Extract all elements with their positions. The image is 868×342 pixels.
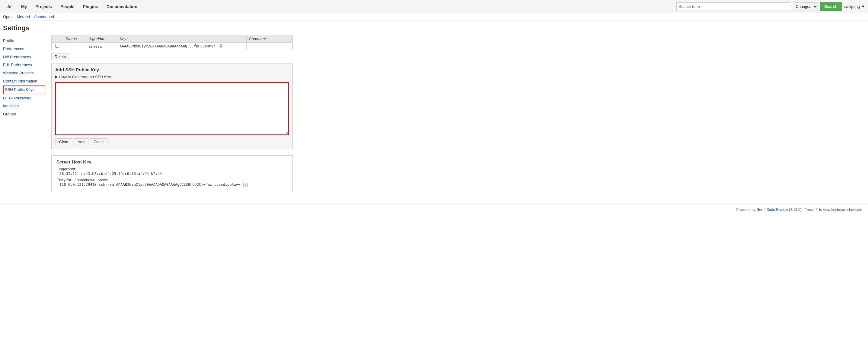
- how-to-label: How to Generate an SSH Key: [59, 75, 111, 79]
- sidebar-item-preferences[interactable]: Preferences: [3, 45, 45, 53]
- footer: Powered by Gerrit Code Review (2.13.5) |…: [0, 204, 868, 215]
- close-button[interactable]: Close: [90, 138, 107, 145]
- server-host-section: Server Host Key Fingerprint: 78:33:12:fe…: [51, 155, 293, 192]
- row-checkbox-cell: [52, 42, 63, 50]
- sidebar: Profile Preferences Diff Preferences Edi…: [3, 35, 45, 198]
- nav-people[interactable]: People: [56, 1, 79, 12]
- nav-plugins[interactable]: Plugins: [79, 1, 103, 12]
- nav-all[interactable]: All: [3, 1, 17, 12]
- nav-links: All My Projects People Plugins Documenta…: [3, 1, 142, 12]
- sidebar-item-watched-projects[interactable]: Watched Projects: [3, 69, 45, 77]
- col-header-algorithm: Algorithm: [86, 35, 117, 42]
- copy-entry-icon[interactable]: ⎘: [243, 183, 247, 187]
- sidebar-item-edit-preferences[interactable]: Edit Preferences: [3, 61, 45, 69]
- fingerprint-value: 78:33:12:fe:43:b7:cb:d4:25:f9:c0:f6:af:9…: [59, 172, 162, 176]
- sidebar-item-groups[interactable]: Groups: [3, 110, 45, 118]
- add-ssh-section: Add SSH Public Key How to Generate an SS…: [51, 63, 293, 149]
- expand-icon: [55, 76, 58, 79]
- row-status: [63, 42, 86, 50]
- col-header-checkbox: [52, 35, 63, 42]
- key-value: AAAAB3NzaC1yc2EAAAADAQABAAAbAAQ...fBPCvp…: [120, 44, 216, 48]
- main-layout: Profile Preferences Diff Preferences Edi…: [0, 35, 868, 198]
- sidebar-item-http-password[interactable]: HTTP Password: [3, 94, 45, 103]
- sub-nav-abandoned[interactable]: Abandoned: [34, 15, 54, 19]
- sidebar-item-profile[interactable]: Profile: [3, 37, 45, 45]
- nav-documentation[interactable]: Documentation: [102, 1, 142, 12]
- content-area: Status Algorithm Key Comment ssh-rsa AAA…: [51, 35, 293, 198]
- sub-nav-merged[interactable]: Merged: [17, 15, 30, 19]
- ssh-key-textarea[interactable]: [55, 82, 289, 135]
- add-ssh-title: Add SSH Public Key: [55, 67, 289, 72]
- copy-key-icon[interactable]: ⎘: [219, 44, 223, 48]
- search-button[interactable]: Search: [820, 2, 842, 11]
- entry-value: [10.0.0.13]:29418 ssh-rsa AAAAB3NzaC1yc2…: [59, 182, 241, 187]
- sub-navigation: Open Merged Abandoned: [0, 13, 868, 21]
- page-title: Settings: [0, 21, 868, 35]
- nav-right: Changes Search xw.lipeng ▼: [676, 2, 865, 11]
- add-button[interactable]: Add: [74, 138, 88, 145]
- user-menu[interactable]: xw.lipeng ▼: [844, 4, 865, 9]
- sidebar-item-contact-information[interactable]: Contact Information: [3, 77, 45, 86]
- search-input[interactable]: [676, 2, 791, 11]
- sidebar-item-ssh-public-keys[interactable]: SSH Public Keys: [3, 86, 45, 94]
- ssh-keys-table: Status Algorithm Key Comment ssh-rsa AAA…: [51, 35, 293, 50]
- row-checkbox[interactable]: [55, 44, 59, 48]
- row-algorithm: ssh-rsa: [86, 42, 117, 50]
- how-to-generate[interactable]: How to Generate an SSH Key: [55, 75, 289, 79]
- nav-my[interactable]: My: [17, 1, 31, 12]
- entry-label: Entry for ~/.ssh/known_hosts: [10.0.0.13…: [56, 178, 288, 187]
- sidebar-item-identities[interactable]: Identities: [3, 102, 45, 110]
- row-key: AAAAB3NzaC1yc2EAAAADAQABAAAbAAQ...fBPCvp…: [117, 42, 246, 50]
- nav-projects[interactable]: Projects: [31, 1, 56, 12]
- delete-button[interactable]: Delete: [51, 53, 69, 60]
- row-comment: [246, 42, 292, 50]
- sub-nav-open[interactable]: Open: [3, 15, 13, 19]
- footer-text-after: (2.13.5) | Press '?' to view keyboard sh…: [788, 207, 862, 212]
- server-host-title: Server Host Key: [56, 159, 288, 164]
- col-header-key: Key: [117, 35, 246, 42]
- user-dropdown-icon: ▼: [861, 4, 865, 9]
- add-ssh-buttons: Clear Add Close: [55, 138, 289, 145]
- sidebar-item-diff-preferences[interactable]: Diff Preferences: [3, 53, 45, 61]
- footer-text-before: Powered by: [736, 207, 756, 212]
- table-row: ssh-rsa AAAAB3NzaC1yc2EAAAADAQABAAAbAAQ.…: [52, 42, 293, 50]
- search-type-select[interactable]: Changes: [793, 2, 818, 11]
- col-header-status: Status: [63, 35, 86, 42]
- col-header-comment: Comment: [246, 35, 292, 42]
- footer-gerrit-link[interactable]: Gerrit Code Review: [756, 207, 788, 212]
- fingerprint-label: Fingerprint: 78:33:12:fe:43:b7:cb:d4:25:…: [56, 167, 288, 176]
- clear-button[interactable]: Clear: [55, 138, 72, 145]
- top-navigation: All My Projects People Plugins Documenta…: [0, 0, 868, 13]
- user-name: xw.lipeng: [844, 4, 860, 9]
